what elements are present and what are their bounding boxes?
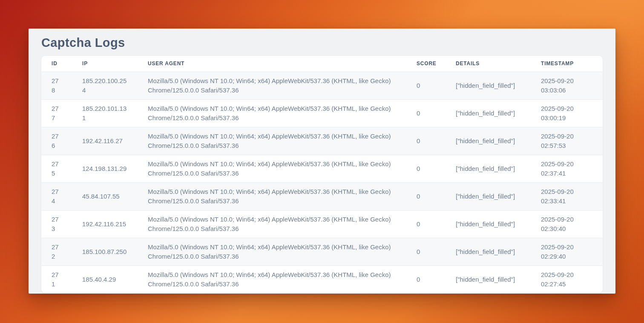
cell-user_agent: Mozilla/5.0 (Windows NT 10.0; Win64; x64…	[138, 72, 406, 99]
cell-details: ["hidden_field_filled"]	[446, 182, 531, 210]
table-row: 271185.40.4.29Mozilla/5.0 (Windows NT 10…	[41, 265, 603, 293]
cell-user_agent: Mozilla/5.0 (Windows NT 10.0; Win64; x64…	[138, 265, 406, 293]
cell-timestamp: 2025-09-20 02:27:45	[531, 265, 603, 293]
cell-user_agent: Mozilla/5.0 (Windows NT 10.0; Win64; x64…	[138, 155, 406, 182]
cell-timestamp: 2025-09-20 03:03:06	[531, 72, 603, 99]
cell-timestamp: 2025-09-20 02:57:53	[531, 127, 603, 155]
logs-table: IDIPUSER AGENTSCOREDETAILSTIMESTAMP 2781…	[41, 56, 603, 293]
cell-ip: 124.198.131.29	[72, 155, 138, 182]
cell-details: ["hidden_field_filled"]	[446, 99, 531, 127]
cell-score: 0	[406, 265, 446, 293]
table-row: 272185.100.87.250Mozilla/5.0 (Windows NT…	[41, 238, 603, 265]
table-row: 276192.42.116.27Mozilla/5.0 (Windows NT …	[41, 127, 603, 155]
cell-id: 278	[41, 72, 72, 99]
cell-timestamp: 2025-09-20 02:37:41	[531, 155, 603, 182]
cell-ip: 45.84.107.55	[72, 182, 138, 210]
cell-score: 0	[406, 99, 446, 127]
logs-table-container: IDIPUSER AGENTSCOREDETAILSTIMESTAMP 2781…	[41, 56, 603, 293]
column-header-ip: IP	[72, 56, 138, 72]
cell-details: ["hidden_field_filled"]	[446, 127, 531, 155]
cell-id: 277	[41, 99, 72, 127]
cell-ip: 185.220.100.254	[72, 72, 138, 99]
table-row: 278185.220.100.254Mozilla/5.0 (Windows N…	[41, 72, 603, 99]
cell-score: 0	[406, 182, 446, 210]
column-header-score: SCORE	[406, 56, 446, 72]
cell-user_agent: Mozilla/5.0 (Windows NT 10.0; Win64; x64…	[138, 127, 406, 155]
cell-timestamp: 2025-09-20 03:00:19	[531, 99, 603, 127]
cell-ip: 185.40.4.29	[72, 265, 138, 293]
captcha-logs-card: Captcha Logs IDIPUSER AGENTSCOREDETAILST…	[29, 29, 615, 294]
cell-ip: 185.220.101.131	[72, 99, 138, 127]
cell-timestamp: 2025-09-20 02:29:40	[531, 238, 603, 265]
cell-id: 275	[41, 155, 72, 182]
table-row: 27445.84.107.55Mozilla/5.0 (Windows NT 1…	[41, 182, 603, 210]
cell-ip: 192.42.116.215	[72, 210, 138, 238]
column-header-timestamp: TIMESTAMP	[531, 56, 603, 72]
page-title: Captcha Logs	[29, 29, 615, 50]
cell-details: ["hidden_field_filled"]	[446, 155, 531, 182]
column-header-id: ID	[41, 56, 72, 72]
cell-details: ["hidden_field_filled"]	[446, 72, 531, 99]
cell-id: 271	[41, 265, 72, 293]
table-row: 277185.220.101.131Mozilla/5.0 (Windows N…	[41, 99, 603, 127]
table-row: 275124.198.131.29Mozilla/5.0 (Windows NT…	[41, 155, 603, 182]
cell-score: 0	[406, 238, 446, 265]
cell-score: 0	[406, 155, 446, 182]
cell-score: 0	[406, 210, 446, 238]
cell-score: 0	[406, 72, 446, 99]
cell-details: ["hidden_field_filled"]	[446, 238, 531, 265]
cell-timestamp: 2025-09-20 02:30:40	[531, 210, 603, 238]
cell-id: 273	[41, 210, 72, 238]
cell-score: 0	[406, 127, 446, 155]
table-row: 273192.42.116.215Mozilla/5.0 (Windows NT…	[41, 210, 603, 238]
cell-user_agent: Mozilla/5.0 (Windows NT 10.0; Win64; x64…	[138, 99, 406, 127]
cell-details: ["hidden_field_filled"]	[446, 210, 531, 238]
logs-table-body: 278185.220.100.254Mozilla/5.0 (Windows N…	[41, 72, 603, 293]
cell-ip: 185.100.87.250	[72, 238, 138, 265]
cell-id: 274	[41, 182, 72, 210]
cell-id: 272	[41, 238, 72, 265]
cell-user_agent: Mozilla/5.0 (Windows NT 10.0; Win64; x64…	[138, 182, 406, 210]
table-header-row: IDIPUSER AGENTSCOREDETAILSTIMESTAMP	[41, 56, 603, 72]
column-header-user_agent: USER AGENT	[138, 56, 406, 72]
logs-table-head: IDIPUSER AGENTSCOREDETAILSTIMESTAMP	[41, 56, 603, 72]
cell-user_agent: Mozilla/5.0 (Windows NT 10.0; Win64; x64…	[138, 210, 406, 238]
column-header-details: DETAILS	[446, 56, 531, 72]
cell-details: ["hidden_field_filled"]	[446, 265, 531, 293]
cell-timestamp: 2025-09-20 02:33:41	[531, 182, 603, 210]
cell-id: 276	[41, 127, 72, 155]
cell-ip: 192.42.116.27	[72, 127, 138, 155]
cell-user_agent: Mozilla/5.0 (Windows NT 10.0; Win64; x64…	[138, 238, 406, 265]
